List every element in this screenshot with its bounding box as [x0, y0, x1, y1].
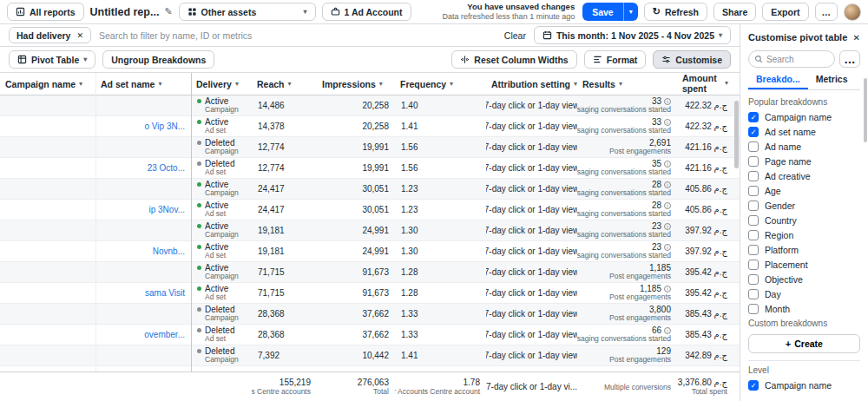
- table-row[interactable]: Novnb...ActiveAd set19,18124,9911.307-da…: [0, 241, 740, 262]
- checkbox[interactable]: [748, 304, 759, 314]
- format-button[interactable]: Format: [584, 50, 647, 69]
- checkbox[interactable]: [748, 274, 759, 285]
- chevron-down-icon[interactable]: ▾: [379, 80, 383, 88]
- breakdown-item-day[interactable]: Day: [748, 286, 860, 301]
- table-row[interactable]: o Vip 3N...ActiveAd set14,37820,2581.417…: [0, 116, 740, 137]
- checkbox[interactable]: [748, 186, 759, 196]
- refresh-button[interactable]: ↻ Refresh: [644, 3, 707, 21]
- breakdown-item-placement[interactable]: Placement: [748, 257, 860, 272]
- header-impressions[interactable]: Impressions▾: [317, 79, 395, 89]
- checkbox[interactable]: [748, 230, 759, 240]
- edit-title-icon[interactable]: ✎: [164, 6, 172, 17]
- chevron-down-icon[interactable]: ▾: [619, 80, 622, 88]
- breakdown-item-campaign-name[interactable]: ✓Campaign name: [748, 378, 860, 392]
- chevron-down-icon[interactable]: ▾: [288, 80, 292, 88]
- checkbox[interactable]: [748, 260, 759, 270]
- share-button[interactable]: Share: [713, 3, 756, 21]
- remove-filter-icon[interactable]: ✕: [76, 31, 83, 40]
- checkbox[interactable]: ✓: [748, 380, 759, 391]
- header-amount-spent[interactable]: Amount spent▾: [677, 74, 733, 93]
- breakdown-item-month[interactable]: Month: [748, 301, 860, 316]
- all-reports-button[interactable]: All reports: [7, 3, 84, 21]
- table-row[interactable]: ActiveCampaign19,18124,9911.307-day clic…: [0, 220, 740, 241]
- breakdown-item-platform[interactable]: Platform: [748, 242, 860, 257]
- export-button[interactable]: Export: [762, 3, 808, 21]
- ad-set-link[interactable]: ip 3Nov...: [149, 205, 186, 214]
- checkbox[interactable]: [748, 156, 759, 167]
- breakdown-item-age[interactable]: Age: [748, 183, 860, 198]
- filter-chip-had-delivery[interactable]: Had delivery ✕: [9, 27, 91, 43]
- pivot-table-button[interactable]: Pivot Table ▾: [9, 50, 95, 69]
- panel-more-button[interactable]: …: [839, 50, 860, 68]
- chevron-down-icon[interactable]: ▾: [725, 80, 728, 87]
- breakdown-item-gender[interactable]: Gender: [748, 198, 860, 213]
- breakdown-item-campaign-name[interactable]: ✓Campaign name: [748, 109, 860, 124]
- ad-set-link[interactable]: o Vip 3N...: [144, 122, 185, 131]
- breakdown-item-objective[interactable]: Objective: [748, 272, 860, 286]
- header-ad-set-name[interactable]: Ad set name▾: [95, 79, 191, 89]
- table-row[interactable]: ip 3Nov...ActiveAd set24,41730,0511.237-…: [0, 200, 740, 220]
- filter-search-input[interactable]: [99, 30, 496, 41]
- clear-filters-link[interactable]: Clear: [504, 30, 526, 41]
- ad-set-link[interactable]: 23 Octo...: [148, 163, 185, 173]
- tab-breakdowns[interactable]: Breakdo...: [748, 71, 808, 89]
- panel-scrollbar[interactable]: [864, 78, 867, 142]
- breakdown-item-page-name[interactable]: Page name: [748, 154, 860, 168]
- checkbox[interactable]: [748, 245, 759, 255]
- header-results[interactable]: Results▾: [577, 79, 677, 89]
- table-row[interactable]: ActiveCampaign24,41730,0511.237-day clic…: [0, 179, 740, 200]
- breakdown-item-region[interactable]: Region: [748, 227, 860, 242]
- frequency-cell: [395, 366, 486, 371]
- chevron-down-icon[interactable]: ▾: [79, 80, 82, 88]
- breakdown-item-ad-creative[interactable]: Ad creative: [748, 168, 860, 183]
- ad-set-link[interactable]: Novnb...: [153, 247, 185, 256]
- table-row[interactable]: Deleted: [0, 366, 740, 371]
- reset-column-widths-button[interactable]: Reset Column Widths: [451, 50, 576, 69]
- checkbox[interactable]: ✓: [748, 112, 759, 122]
- close-panel-icon[interactable]: ✕: [853, 33, 860, 43]
- customise-button[interactable]: Customise: [653, 50, 731, 69]
- asset-selector[interactable]: Other assets ▾: [179, 3, 316, 21]
- chevron-down-icon[interactable]: ▾: [235, 80, 239, 88]
- table-row[interactable]: ActiveCampaign14,48620,2581.407-day clic…: [0, 95, 740, 116]
- table-row[interactable]: DeletedCampaign7,39210,4421.417-day clic…: [0, 345, 740, 366]
- table-row[interactable]: sama VisitActiveAd set71,71591,6731.287-…: [0, 283, 740, 304]
- table-row[interactable]: DeletedCampaign12,77419,9911.567-day cli…: [0, 137, 740, 158]
- table-row[interactable]: ovember...DeletedAd set28,36837,6621.337…: [0, 325, 740, 345]
- table-row[interactable]: DeletedCampaign28,36837,6621.337-day cli…: [0, 304, 740, 325]
- date-range-button[interactable]: This month: 1 Nov 2025 - 4 Nov 2025 ▾: [534, 26, 731, 44]
- table-row[interactable]: 23 Octo...DeletedAd set12,77419,9911.567…: [0, 158, 740, 179]
- checkbox[interactable]: [748, 141, 759, 152]
- chevron-down-icon[interactable]: ▾: [450, 80, 453, 88]
- checkbox[interactable]: [748, 215, 759, 226]
- panel-search-box[interactable]: [748, 50, 835, 68]
- checkbox[interactable]: [748, 289, 759, 299]
- header-campaign-name[interactable]: Campaign name▾: [0, 79, 95, 89]
- header-attribution-setting[interactable]: Attribution setting▾: [486, 79, 577, 89]
- more-options-button[interactable]: …: [815, 3, 838, 21]
- save-options-button[interactable]: ▾: [623, 3, 638, 21]
- ad-set-link[interactable]: ovember...: [144, 330, 185, 339]
- breakdown-item-ad-name[interactable]: Ad name: [748, 139, 860, 154]
- header-delivery[interactable]: Delivery▾: [191, 79, 252, 89]
- chevron-down-icon[interactable]: ▾: [158, 80, 161, 88]
- ungroup-breakdowns-button[interactable]: Ungroup Breakdowns: [102, 50, 214, 69]
- panel-search-input[interactable]: [766, 55, 829, 64]
- report-title[interactable]: Untitled rep... ✎: [90, 6, 173, 18]
- header-reach[interactable]: Reach▾: [252, 79, 317, 89]
- ad-set-link[interactable]: sama Visit: [145, 288, 185, 298]
- checkbox[interactable]: [748, 171, 759, 181]
- breakdown-item-country[interactable]: Country: [748, 213, 860, 227]
- table-row[interactable]: ActiveCampaign71,71591,6731.287-day clic…: [0, 262, 740, 283]
- header-frequency[interactable]: Frequency▾: [395, 79, 486, 89]
- ad-account-button[interactable]: 1 Ad Account: [322, 3, 411, 21]
- avatar[interactable]: [844, 3, 861, 21]
- create-breakdown-button[interactable]: + Create: [748, 334, 860, 353]
- breakdown-item-ad-set-name[interactable]: ✓Ad set name: [748, 124, 860, 139]
- unsaved-changes-text: You have unsaved changes: [443, 3, 575, 12]
- table-vertical-scrollbar[interactable]: [734, 101, 739, 168]
- tab-metrics[interactable]: Metrics: [808, 71, 856, 89]
- save-button[interactable]: Save: [582, 3, 623, 21]
- checkbox[interactable]: ✓: [748, 127, 759, 137]
- checkbox[interactable]: [748, 200, 759, 211]
